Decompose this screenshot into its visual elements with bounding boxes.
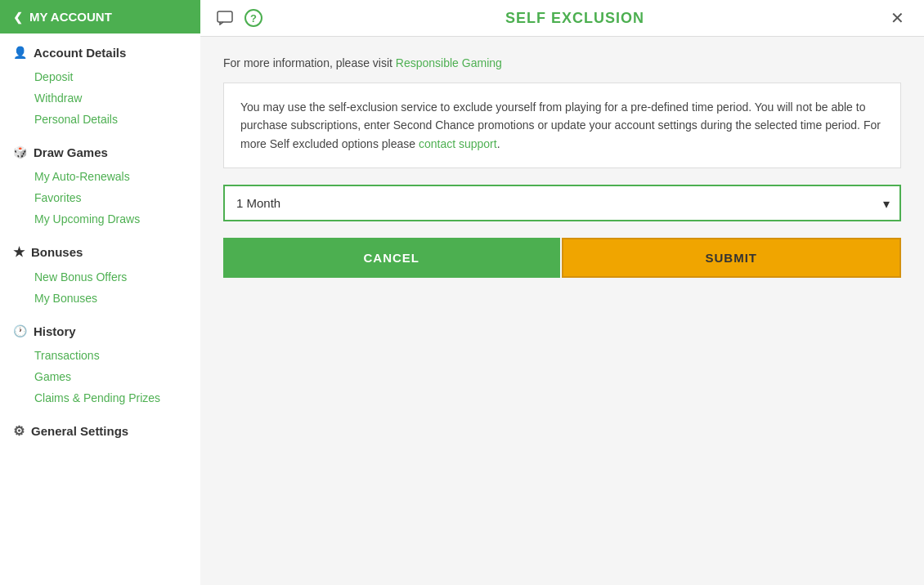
- dialog-body: For more information, please visit Respo…: [200, 37, 924, 297]
- description-box: You may use the self-exclusion service t…: [223, 83, 901, 168]
- sidebar-item-withdraw[interactable]: Withdraw: [13, 87, 187, 109]
- sidebar-item-personal-details[interactable]: Personal Details: [13, 109, 187, 130]
- account-details-label: Account Details: [34, 46, 126, 60]
- cancel-button[interactable]: CANCEL: [223, 238, 560, 278]
- sidebar-item-new-bonus-offers[interactable]: New Bonus Offers: [13, 266, 187, 288]
- contact-support-link[interactable]: contact support: [419, 137, 497, 150]
- sidebar-item-transactions[interactable]: Transactions: [13, 345, 187, 366]
- sidebar-item-games[interactable]: Games: [13, 366, 187, 387]
- description-end: .: [497, 137, 500, 150]
- sidebar-section-account: Account Details Deposit Withdraw Persona…: [0, 33, 200, 133]
- dialog-title: SELF EXCLUSION: [262, 10, 887, 27]
- responsible-gaming-link[interactable]: Responsible Gaming: [396, 56, 502, 69]
- sidebar: ❮ MY ACCOUNT Account Details Deposit Wit…: [0, 0, 200, 585]
- svg-rect-0: [218, 11, 232, 22]
- sidebar-section-general-settings: General Settings: [0, 412, 200, 449]
- chat-icon[interactable]: [217, 11, 235, 25]
- sidebar-section-history: History Transactions Games Claims & Pend…: [0, 312, 200, 412]
- help-icon[interactable]: ?: [244, 9, 262, 27]
- user-icon: [13, 45, 27, 60]
- close-button[interactable]: ✕: [887, 8, 908, 28]
- general-settings-title: General Settings: [13, 423, 187, 439]
- sidebar-section-draw-games: Draw Games My Auto-Renewals Favorites My…: [0, 133, 200, 233]
- my-account-header[interactable]: ❮ MY ACCOUNT: [0, 0, 200, 33]
- submit-button[interactable]: SUBMIT: [562, 238, 902, 278]
- account-details-title: Account Details: [13, 45, 187, 60]
- bonuses-label: Bonuses: [31, 245, 83, 259]
- draw-games-icon: [13, 145, 27, 159]
- back-chevron-icon: ❮: [13, 11, 23, 24]
- dialog-container: ? SELF EXCLUSION ✕ For more information,…: [200, 0, 924, 585]
- info-text: For more information, please visit Respo…: [223, 56, 901, 69]
- description-text: You may use the self-exclusion service t…: [240, 100, 881, 150]
- action-buttons: CANCEL SUBMIT: [223, 238, 901, 278]
- info-text-prefix: For more information, please visit: [223, 56, 396, 69]
- header-icons: ?: [217, 9, 262, 27]
- sidebar-header-label: MY ACCOUNT: [29, 10, 112, 24]
- duration-select-wrapper: 1 Month 3 Months 6 Months 1 Year 5 Years…: [223, 185, 901, 221]
- sidebar-item-favorites[interactable]: Favorites: [13, 187, 187, 208]
- sidebar-scroll: Account Details Deposit Withdraw Persona…: [0, 33, 200, 585]
- main-content: ? SELF EXCLUSION ✕ For more information,…: [200, 0, 924, 585]
- general-settings-label: General Settings: [31, 424, 128, 438]
- history-label: History: [34, 324, 76, 338]
- sidebar-item-auto-renewals[interactable]: My Auto-Renewals: [13, 166, 187, 187]
- settings-icon: [13, 423, 25, 439]
- sidebar-item-deposit[interactable]: Deposit: [13, 66, 187, 87]
- history-icon: [13, 324, 27, 338]
- star-icon: ★: [13, 244, 25, 260]
- bonuses-title: ★ Bonuses: [13, 244, 187, 260]
- draw-games-title: Draw Games: [13, 145, 187, 159]
- sidebar-item-claims-pending[interactable]: Claims & Pending Prizes: [13, 387, 187, 409]
- duration-select[interactable]: 1 Month 3 Months 6 Months 1 Year 5 Years: [223, 185, 901, 221]
- history-title: History: [13, 324, 187, 338]
- sidebar-section-bonuses: ★ Bonuses New Bonus Offers My Bonuses: [0, 233, 200, 312]
- sidebar-item-upcoming-draws[interactable]: My Upcoming Draws: [13, 208, 187, 230]
- draw-games-label: Draw Games: [34, 145, 108, 159]
- dialog-header: ? SELF EXCLUSION ✕: [200, 0, 924, 37]
- sidebar-item-my-bonuses[interactable]: My Bonuses: [13, 288, 187, 309]
